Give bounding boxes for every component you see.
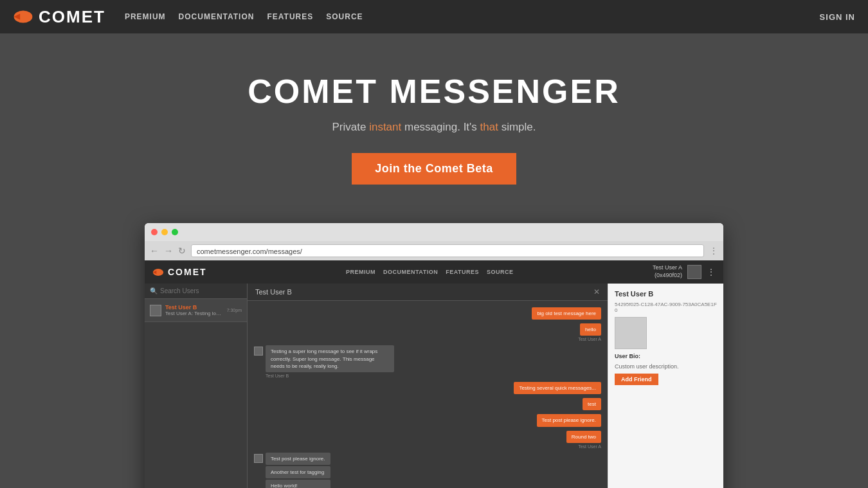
inner-comet-logo-icon — [152, 268, 164, 276]
chat-sidebar: 🔍 Test User B Test User A: Testing long … — [145, 284, 248, 488]
cta-button[interactable]: Join the Comet Beta — [352, 153, 516, 185]
user-time: 7:30pm — [227, 308, 242, 312]
profile-bio-label: User Bio: — [615, 353, 717, 359]
main-navbar: COMET PREMIUM DOCUMENTATION FEATURES SOU… — [0, 0, 868, 33]
message-row: Testing several quick messages... — [254, 382, 601, 394]
message-content: Testing a super long message to see if i… — [266, 345, 394, 378]
message-row: Test post please ignore. — [254, 414, 601, 426]
forward-arrow-icon[interactable]: → — [164, 246, 173, 256]
message-row: Testing a super long message to see if i… — [254, 345, 601, 378]
inner-nav-premium[interactable]: PREMIUM — [346, 269, 375, 275]
message-bubble: big old test message here — [532, 307, 601, 320]
message-avatar — [254, 454, 263, 463]
search-input[interactable] — [160, 287, 242, 294]
browser-chrome — [145, 223, 723, 241]
message-bubble: test — [583, 398, 601, 410]
profile-id: 54295f025-C128-47AC-9009-753A0CA5E1F0 — [615, 302, 717, 313]
user-avatar-small — [150, 305, 161, 316]
inner-nav-documentation[interactable]: DOCUMENTATION — [383, 269, 438, 275]
chat-area: Test User B ✕ big old test message here … — [248, 284, 608, 488]
nav-link-source[interactable]: SOURCE — [326, 12, 363, 21]
inner-nav-links: PREMIUM DOCUMENTATION FEATURES SOURCE — [346, 269, 514, 275]
logo-text: COMET — [39, 7, 105, 27]
grid-icon: ⋮ — [709, 246, 718, 256]
message-bubble: Testing several quick messages... — [514, 382, 601, 394]
chat-layout: 🔍 Test User B Test User A: Testing long … — [145, 284, 723, 488]
chat-header: Test User B ✕ — [248, 284, 608, 301]
comet-logo-icon — [13, 9, 33, 24]
inner-logo-area: COMET — [152, 267, 207, 277]
inner-user-area: Test User A (0x490f02) ⋮ — [653, 264, 716, 279]
message-avatar — [254, 347, 263, 356]
message-sender: Test User B — [266, 374, 394, 378]
message-sender: Test User A — [578, 444, 601, 449]
more-options-icon[interactable]: ⋮ — [707, 267, 716, 277]
add-friend-button[interactable]: Add Friend — [615, 374, 658, 385]
message-row: big old test message here — [254, 307, 601, 320]
inner-navbar: COMET PREMIUM DOCUMENTATION FEATURES SOU… — [145, 260, 723, 284]
hero-section: COMET MESSENGER Private instant messagin… — [0, 33, 868, 210]
profile-bio-text: Custom user description. — [615, 363, 717, 370]
url-bar[interactable]: cometmessenger.com/messages/ — [191, 244, 704, 257]
nav-link-features[interactable]: FEATURES — [267, 12, 313, 21]
message-row: test — [254, 398, 601, 410]
inner-user-avatar — [687, 265, 701, 279]
hero-subtitle: Private instant messaging. It's that sim… — [13, 121, 855, 134]
profile-avatar-large — [615, 317, 647, 349]
message-row: Round two Test User A — [254, 431, 601, 449]
hero-title: COMET MESSENGER — [13, 72, 855, 111]
user-info-small: Test User B Test User A: Testing long me… — [165, 304, 223, 316]
message-content: Test post please ignore. Another test fo… — [266, 453, 330, 488]
inner-user-name: Test User A (0x490f02) — [653, 264, 682, 279]
message-bubble: Round two — [566, 431, 601, 443]
profile-name: Test User B — [615, 290, 717, 298]
message-row: hello Test User A — [254, 323, 601, 341]
nav-link-documentation[interactable]: DOCUMENTATION — [179, 12, 255, 21]
refresh-icon[interactable]: ↻ — [178, 246, 186, 256]
profile-sidebar: Test User B 54295f025-C128-47AC-9009-753… — [608, 284, 723, 488]
inner-nav-features[interactable]: FEATURES — [446, 269, 479, 275]
message-bubble: Hello world! — [266, 480, 330, 488]
inner-app: COMET PREMIUM DOCUMENTATION FEATURES SOU… — [145, 260, 723, 488]
chat-partner-name: Test User B — [255, 288, 292, 296]
signin-button[interactable]: SIGN IN — [820, 12, 855, 22]
message-bubble: Test post please ignore. — [266, 453, 330, 465]
search-icon: 🔍 — [150, 287, 158, 294]
message-bubble: hello — [580, 323, 601, 336]
browser-nav: ← → ↻ cometmessenger.com/messages/ ⋮ — [145, 241, 723, 260]
message-sender: Test User A — [578, 337, 601, 341]
nav-link-premium[interactable]: PREMIUM — [125, 12, 166, 21]
browser-dot-green — [172, 229, 178, 235]
search-bar: 🔍 — [145, 284, 247, 299]
message-row: Test post please ignore. Another test fo… — [254, 453, 601, 488]
browser-dot-yellow — [161, 229, 168, 235]
user-name-small: Test User B — [165, 304, 223, 311]
message-bubble: Another test for tagging — [266, 466, 330, 478]
browser-mockup: ← → ↻ cometmessenger.com/messages/ ⋮ COM… — [145, 223, 723, 488]
user-preview: Test User A: Testing long message — [165, 311, 223, 316]
nav-left: COMET PREMIUM DOCUMENTATION FEATURES SOU… — [13, 7, 363, 27]
message-bubble: Test post please ignore. — [537, 414, 602, 426]
chat-close-icon[interactable]: ✕ — [593, 287, 600, 296]
browser-dot-red — [151, 229, 158, 235]
inner-nav-source[interactable]: SOURCE — [487, 269, 514, 275]
browser-mockup-wrapper: ← → ↻ cometmessenger.com/messages/ ⋮ COM… — [0, 210, 868, 488]
message-group: Test post please ignore. Another test fo… — [266, 453, 330, 488]
back-arrow-icon[interactable]: ← — [150, 246, 159, 256]
message-bubble: Testing a super long message to see if i… — [266, 345, 394, 372]
logo-area: COMET — [13, 7, 105, 27]
messages-area: big old test message here hello Test Use… — [248, 301, 608, 488]
chat-user-item[interactable]: Test User B Test User A: Testing long me… — [145, 299, 247, 322]
inner-logo-text: COMET — [168, 267, 207, 277]
nav-links: PREMIUM DOCUMENTATION FEATURES SOURCE — [125, 12, 363, 21]
